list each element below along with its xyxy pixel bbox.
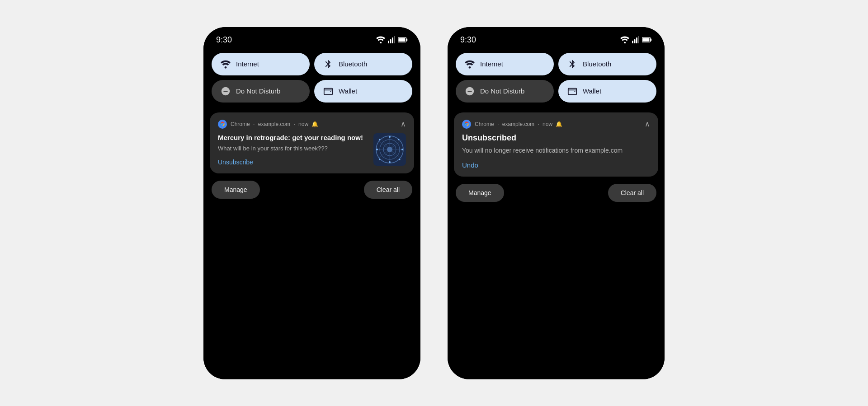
notif-app-name-right: Chrome xyxy=(475,121,494,127)
time-left: 9:30 xyxy=(216,35,232,45)
quick-settings-left: Internet Bluetooth Do Not Disturb xyxy=(203,49,420,109)
quick-settings-right: Internet Bluetooth Do Not Disturb Wa xyxy=(448,49,665,109)
time-right: 9:30 xyxy=(460,35,476,45)
chrome-logo-left xyxy=(219,121,226,127)
zodiac-wheel-icon xyxy=(375,135,404,164)
notif-unsubscribed-title-right: Unsubscribed xyxy=(462,133,650,143)
notif-chevron-right[interactable]: ∧ xyxy=(645,120,650,128)
wifi-qs-icon xyxy=(221,59,231,69)
svg-rect-1 xyxy=(388,41,389,43)
clear-all-button-right[interactable]: Clear all xyxy=(608,184,656,202)
bottom-buttons-left: Manage Clear all xyxy=(210,178,414,199)
status-bar-left: 9:30 xyxy=(203,27,420,49)
qs-tile-wallet-left[interactable]: Wallet xyxy=(314,80,412,103)
qs-tile-bluetooth-right[interactable]: Bluetooth xyxy=(558,53,656,75)
qs-tile-bluetooth-left[interactable]: Bluetooth xyxy=(314,53,412,75)
manage-button-left[interactable]: Manage xyxy=(212,181,260,199)
svg-point-37 xyxy=(469,66,471,69)
notification-card-left: Chrome · example.com · now 🔔 ∧ Mercury i xyxy=(210,112,414,174)
undo-button-right[interactable]: Undo xyxy=(462,161,478,169)
bottom-buttons-right: Manage Clear all xyxy=(454,181,658,202)
status-icons-right xyxy=(620,36,652,43)
qs-tile-dnd-right[interactable]: Do Not Disturb xyxy=(456,80,554,103)
svg-point-22 xyxy=(401,149,403,150)
notification-card-right: Chrome · example.com · now 🔔 ∧ Unsubscri… xyxy=(454,112,658,177)
clear-all-button-left[interactable]: Clear all xyxy=(364,181,412,199)
notif-text-left: Mercury in retrograde: get your reading … xyxy=(218,133,368,167)
status-icons-left xyxy=(376,36,408,43)
notif-chevron-left[interactable]: ∧ xyxy=(401,120,406,128)
notif-title-left: Mercury in retrograde: get your reading … xyxy=(218,133,368,142)
phone-right: 9:30 xyxy=(448,27,665,379)
notif-header-info-right: Chrome · example.com · now 🔔 xyxy=(462,120,562,129)
notif-domain-right: example.com xyxy=(502,121,534,127)
qs-dnd-label-left: Do Not Disturb xyxy=(236,87,280,95)
dnd-qs-icon-right xyxy=(465,86,475,96)
signal-icon-right xyxy=(632,36,639,43)
svg-rect-38 xyxy=(568,89,576,90)
qs-internet-label-right: Internet xyxy=(480,60,503,68)
wallet-qs-icon-right xyxy=(567,86,577,96)
svg-point-23 xyxy=(389,161,391,163)
wallet-qs-icon xyxy=(323,86,333,96)
svg-point-8 xyxy=(225,66,227,69)
chrome-icon-left xyxy=(218,120,227,129)
notif-unsubscribed-text-right: You will no longer receive notifications… xyxy=(462,146,650,155)
qs-tile-dnd-left[interactable]: Do Not Disturb xyxy=(212,80,310,103)
notif-action-left: Unsubscribe xyxy=(218,158,368,166)
svg-rect-32 xyxy=(636,37,637,43)
wifi-icon xyxy=(376,36,385,43)
svg-rect-35 xyxy=(651,38,651,41)
svg-rect-4 xyxy=(394,36,396,43)
svg-rect-3 xyxy=(392,37,393,43)
qs-tile-internet-left[interactable]: Internet xyxy=(212,53,310,75)
wifi-qs-icon-right xyxy=(465,59,475,69)
phone-left: 9:30 xyxy=(203,27,420,379)
notif-domain-left: example.com xyxy=(258,121,290,127)
bluetooth-qs-icon xyxy=(323,59,333,69)
status-bar-right: 9:30 xyxy=(448,27,665,49)
signal-icon xyxy=(388,36,395,43)
notif-time-left: now xyxy=(298,121,308,127)
qs-tile-internet-right[interactable]: Internet xyxy=(456,53,554,75)
svg-point-26 xyxy=(399,159,401,160)
notif-image-left xyxy=(373,133,406,166)
svg-rect-33 xyxy=(638,36,640,43)
svg-rect-6 xyxy=(406,38,407,41)
svg-rect-30 xyxy=(632,41,633,43)
qs-bluetooth-label-right: Bluetooth xyxy=(583,60,611,68)
notif-unsubscribed-body-right: Unsubscribed You will no longer receive … xyxy=(462,133,650,170)
qs-wallet-label-right: Wallet xyxy=(583,87,601,95)
notif-subtitle-left: What will be in your stars for this week… xyxy=(218,145,368,153)
notif-app-name-left: Chrome xyxy=(231,121,250,127)
svg-rect-7 xyxy=(398,38,405,42)
svg-point-29 xyxy=(624,42,626,43)
battery-icon xyxy=(398,37,408,43)
qs-dnd-label-right: Do Not Disturb xyxy=(480,87,524,95)
dnd-qs-icon xyxy=(221,86,231,96)
svg-rect-36 xyxy=(642,38,649,42)
manage-button-right[interactable]: Manage xyxy=(456,184,504,202)
bluetooth-qs-icon-right xyxy=(567,59,577,69)
svg-point-25 xyxy=(398,139,400,140)
svg-point-21 xyxy=(389,136,391,138)
wifi-icon-right xyxy=(620,36,629,43)
battery-icon-right xyxy=(642,37,652,43)
notif-body-left: Mercury in retrograde: get your reading … xyxy=(218,133,406,167)
unsubscribe-button-left[interactable]: Unsubscribe xyxy=(218,159,253,166)
svg-point-27 xyxy=(379,159,381,160)
notif-header-info-left: Chrome · example.com · now 🔔 xyxy=(218,120,318,129)
qs-bluetooth-label-left: Bluetooth xyxy=(339,60,367,68)
chrome-logo-right xyxy=(463,121,470,127)
notif-header-left: Chrome · example.com · now 🔔 ∧ xyxy=(218,120,406,129)
qs-internet-label-left: Internet xyxy=(236,60,259,68)
notification-panel-right: Chrome · example.com · now 🔔 ∧ Unsubscri… xyxy=(448,109,665,379)
svg-point-24 xyxy=(376,149,378,150)
qs-tile-wallet-right[interactable]: Wallet xyxy=(558,80,656,103)
notif-meta-left: Chrome · example.com · now 🔔 xyxy=(231,121,318,127)
svg-rect-9 xyxy=(324,89,332,90)
notif-meta-right: Chrome · example.com · now 🔔 xyxy=(475,121,562,127)
notif-time-right: now xyxy=(542,121,552,127)
svg-point-0 xyxy=(380,42,382,43)
svg-rect-31 xyxy=(634,39,636,43)
